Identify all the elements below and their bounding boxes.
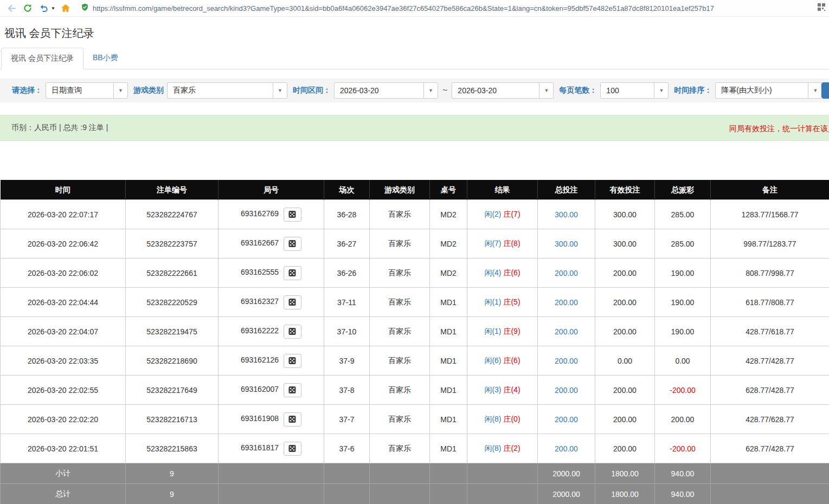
summary-label: 小计	[1, 463, 126, 484]
round-detail-button[interactable]	[284, 208, 301, 222]
column-header: 结果	[467, 180, 538, 200]
cell-valid-bet: 200.00	[595, 259, 655, 288]
refresh-icon[interactable]	[21, 2, 34, 15]
cell-valid-bet: 200.00	[595, 317, 655, 346]
total-bet-link[interactable]: 200.00	[555, 327, 578, 336]
cell-bet-number: 523282216713	[126, 405, 219, 434]
result-player: 闲(7)	[484, 239, 501, 248]
cell-payout: -200.00	[655, 376, 711, 405]
cell-table-number: MD1	[430, 317, 467, 346]
result-banker: 庄(4)	[503, 385, 520, 394]
search-button[interactable]	[821, 82, 829, 99]
summary-total-bet: 2000.00	[538, 463, 595, 484]
round-detail-button[interactable]	[284, 383, 301, 397]
cell-game-type: 百家乐	[370, 317, 430, 346]
cell-total-bet: 300.00	[538, 229, 595, 259]
chevron-down-icon[interactable]: ▼	[423, 83, 438, 98]
payout-value: 200.00	[671, 415, 695, 424]
cell-round-number: 693161908	[219, 405, 324, 434]
total-bet-link[interactable]: 300.00	[555, 240, 578, 248]
total-bet-link[interactable]: 200.00	[555, 415, 578, 424]
table-row: 2026-03-20 22:04:44523282220529693162327…	[1, 288, 829, 317]
cell-valid-bet: 300.00	[595, 229, 655, 259]
select-date-to[interactable]: 2026-03-20 ▼	[452, 82, 554, 99]
home-icon[interactable]	[59, 2, 72, 15]
cell-time: 2026-03-20 22:07:17	[1, 200, 126, 229]
chevron-down-icon[interactable]: ▼	[273, 83, 287, 98]
cell-result: 闲(3) 庄(4)	[467, 376, 538, 405]
cell-valid-bet: 200.00	[595, 434, 655, 463]
cell-note: 808.77/998.77	[711, 259, 829, 288]
round-number: 693161908	[241, 414, 279, 423]
result-player: 闲(1)	[484, 327, 501, 335]
cell-session: 37-6	[324, 434, 370, 463]
subtotal-row: 小计92000.001800.00940.00	[1, 463, 829, 484]
cell-payout: 190.00	[655, 317, 711, 346]
table-row: 2026-03-20 22:02:55523282217649693162007…	[1, 376, 829, 405]
round-number: 693162126	[241, 356, 279, 364]
table-header-row: 时间注单编号局号场次游戏类别桌号结果总投注有效投注总派彩备注	[1, 180, 829, 200]
cell-note: 618.77/808.77	[711, 288, 829, 317]
cell-time: 2026-03-20 22:02:55	[1, 376, 126, 405]
chevron-down-icon[interactable]: ▼	[113, 83, 127, 98]
tab-bet-records[interactable]: 视讯 会员下注纪录	[1, 48, 83, 69]
tab-bb-tip[interactable]: BB小费	[83, 48, 127, 69]
back-icon[interactable]	[5, 2, 18, 15]
table-row: 2026-03-20 22:06:02523282222661693162555…	[1, 259, 829, 288]
cell-session: 36-26	[324, 259, 370, 288]
table-row: 2026-03-20 22:01:51523282215863693161817…	[1, 434, 829, 463]
round-detail-button[interactable]	[284, 354, 301, 368]
round-detail-button[interactable]	[284, 412, 301, 427]
cell-session: 37-7	[324, 405, 370, 434]
cell-total-bet: 200.00	[538, 288, 595, 317]
column-header: 场次	[324, 180, 370, 200]
cell-game-type: 百家乐	[370, 200, 430, 229]
column-header: 局号	[219, 180, 324, 200]
total-bet-link[interactable]: 200.00	[555, 357, 578, 365]
cell-game-type: 百家乐	[370, 376, 430, 405]
total-bet-link[interactable]: 300.00	[555, 210, 578, 219]
total-bet-link[interactable]: 200.00	[555, 386, 578, 395]
qr-code-icon[interactable]	[817, 3, 826, 14]
valid-bet-notice-text: 同局有效投注，统一计算在该局	[729, 124, 829, 134]
round-detail-button[interactable]	[284, 237, 301, 251]
shield-icon	[80, 3, 89, 14]
address-bar[interactable]: https://lssfmm.com/game/betrecord_search…	[80, 3, 815, 14]
dice-icon	[288, 445, 297, 454]
select-date-from[interactable]: 2026-03-20 ▼	[334, 82, 438, 99]
cell-bet-number: 523282224767	[126, 200, 219, 229]
round-number: 693162327	[241, 297, 279, 306]
total-bet-link[interactable]: 200.00	[555, 444, 578, 453]
total-bet-link[interactable]: 200.00	[555, 298, 578, 307]
round-detail-button[interactable]	[284, 295, 301, 309]
cell-session: 37-8	[324, 376, 370, 405]
chevron-down-icon[interactable]: ▼	[808, 83, 822, 98]
payout-value: 0.00	[675, 357, 690, 365]
dice-icon	[288, 270, 297, 279]
round-detail-button[interactable]	[284, 442, 301, 456]
cell-valid-bet: 0.00	[595, 346, 655, 376]
select-page-size[interactable]: 100 ▼	[600, 82, 669, 99]
cell-round-number: 693162126	[219, 346, 324, 376]
cell-bet-number: 523282215863	[126, 434, 219, 463]
undo-icon[interactable]	[37, 2, 50, 15]
round-detail-button[interactable]	[284, 266, 301, 280]
cell-note: 428.77/428.77	[711, 346, 829, 376]
result-banker: 庄(7)	[503, 210, 520, 218]
chevron-down-icon[interactable]: ▼	[654, 83, 668, 98]
select-sort-order[interactable]: 降幂(由大到小) ▼	[715, 82, 822, 99]
total-bet-link[interactable]: 200.00	[555, 269, 578, 277]
chevron-down-icon[interactable]: ▼	[539, 83, 553, 98]
select-query-type[interactable]: 日期查询 ▼	[46, 82, 128, 99]
cell-session: 36-28	[324, 200, 370, 229]
select-game-type[interactable]: 百家乐 ▼	[167, 82, 287, 99]
dice-icon	[288, 211, 297, 220]
chevron-down-icon[interactable]: ▼	[51, 6, 55, 11]
cell-round-number: 693162007	[219, 376, 324, 405]
cell-result: 闲(1) 庄(5)	[467, 288, 538, 317]
select-date-to-value: 2026-03-20	[452, 83, 539, 98]
result-banker: 庄(8)	[503, 239, 520, 248]
result-player: 闲(8)	[484, 415, 501, 423]
round-detail-button[interactable]	[284, 325, 301, 339]
cell-total-bet: 200.00	[538, 317, 595, 346]
